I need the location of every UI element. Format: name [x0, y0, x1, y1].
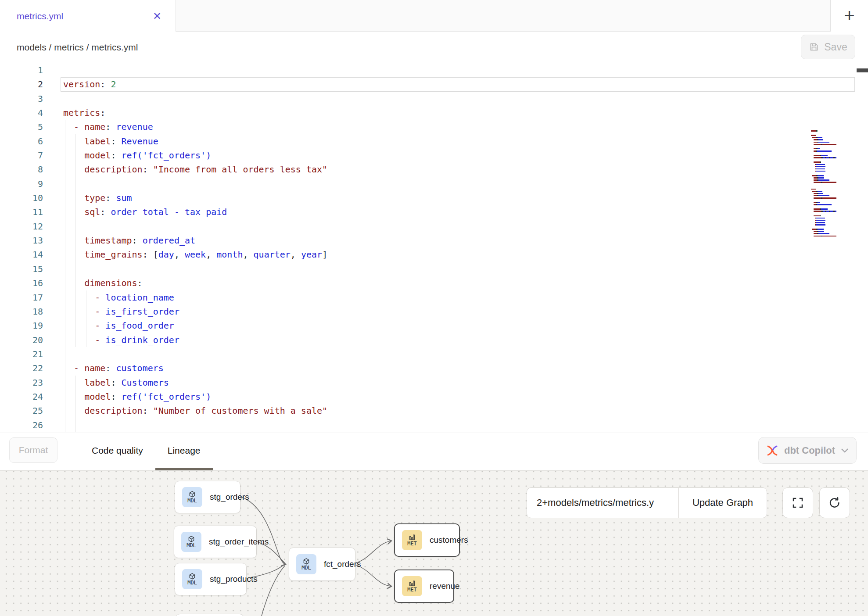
node-label: stg_orders: [210, 492, 249, 502]
lineage-selector-input[interactable]: [527, 488, 678, 518]
format-button[interactable]: Format: [9, 437, 57, 463]
lineage-edge: [262, 566, 285, 616]
lineage-canvas[interactable]: MDLstg_ordersMDLstg_order_itemsMDLstg_pr…: [0, 470, 868, 616]
line-number: 10: [0, 191, 43, 205]
code-text: - location_name: [63, 290, 174, 304]
refresh-button[interactable]: [819, 487, 850, 518]
code-editor[interactable]: 12version: 234metrics:5 - name: revenue6…: [0, 63, 868, 433]
line-number: 4: [0, 106, 43, 120]
panel-tabs: Code qualityLineage: [79, 433, 213, 470]
tab-metrics-yml[interactable]: metrics.yml ✕: [0, 0, 176, 32]
code-text: description: "Income from all orders les…: [63, 162, 327, 176]
panel-tab-code-quality[interactable]: Code quality: [79, 433, 155, 470]
code-text: - is_drink_order: [63, 333, 179, 347]
code-line[interactable]: 15: [0, 262, 868, 276]
node-type-badge: MDL: [301, 565, 311, 571]
code-line[interactable]: 20 - is_drink_order: [0, 333, 868, 347]
line-number: 11: [0, 205, 43, 219]
code-text: label: Revenue: [63, 134, 158, 148]
minimap-line: [811, 238, 836, 240]
line-number: 19: [0, 319, 43, 333]
code-line[interactable]: 7 model: ref('fct_orders'): [0, 148, 868, 162]
code-line[interactable]: 25 description: "Number of customers wit…: [0, 404, 868, 418]
code-line[interactable]: 1: [0, 63, 868, 77]
code-text: dimensions:: [63, 276, 143, 290]
lineage-selector-group: Update Graph: [527, 487, 767, 518]
node-label: fct_orders: [324, 559, 361, 569]
bottom-toolbar: Format Code qualityLineage dbt Copilot: [0, 433, 868, 470]
lineage-node-stg_order_items[interactable]: MDLstg_order_items: [174, 526, 257, 558]
lineage-node-stg_orders[interactable]: MDLstg_orders: [175, 481, 240, 513]
line-number: 5: [0, 120, 43, 134]
code-line[interactable]: 23 label: Customers: [0, 376, 868, 390]
code-line[interactable]: 26: [0, 418, 868, 432]
update-graph-button[interactable]: Update Graph: [679, 488, 767, 518]
breadcrumb: models / metrics / metrics.yml: [17, 42, 138, 53]
code-line[interactable]: 24 model: ref('fct_orders'): [0, 390, 868, 404]
node-type-badge: MDL: [187, 580, 197, 586]
code-line[interactable]: 8 description: "Income from all orders l…: [0, 162, 868, 176]
line-number: 21: [0, 347, 43, 361]
code-line[interactable]: 16 dimensions:: [0, 276, 868, 290]
fullscreen-icon: [791, 496, 804, 509]
line-number: 15: [0, 262, 43, 276]
line-number: 3: [0, 92, 43, 106]
code-line[interactable]: 9: [0, 177, 868, 191]
code-text: model: ref('fct_orders'): [63, 390, 211, 404]
line-number: 18: [0, 304, 43, 319]
lineage-node-partial[interactable]: [176, 614, 244, 616]
scrollbar-thumb[interactable]: [857, 68, 868, 72]
line-number: 17: [0, 290, 43, 304]
code-text: version: 2: [63, 77, 116, 91]
line-number: 20: [0, 333, 43, 347]
lineage-node-revenue[interactable]: METrevenue: [394, 569, 454, 603]
lineage-node-customers[interactable]: METcustomers: [394, 523, 460, 557]
line-number: 16: [0, 276, 43, 290]
line-number: 26: [0, 418, 43, 432]
code-line[interactable]: 11 sql: order_total - tax_paid: [0, 205, 868, 219]
code-text: - is_food_order: [63, 319, 174, 333]
ide-window: metrics.yml ✕ + models / metrics / metri…: [0, 0, 868, 616]
lineage-node-stg_products[interactable]: MDLstg_products: [175, 563, 247, 595]
node-type-badge: MDL: [187, 498, 197, 504]
new-tab-button[interactable]: +: [830, 0, 868, 32]
indent-guide: [65, 262, 65, 276]
indent-guide: [65, 418, 65, 432]
code-line[interactable]: 3: [0, 92, 868, 106]
code-line[interactable]: 4metrics:: [0, 106, 868, 120]
code-line[interactable]: 21: [0, 347, 868, 361]
line-number: 14: [0, 247, 43, 261]
fullscreen-button[interactable]: [782, 487, 813, 518]
code-text: type: sum: [63, 191, 132, 205]
line-number: 23: [0, 376, 43, 390]
code-line[interactable]: 17 - location_name: [0, 290, 868, 304]
save-label: Save: [824, 41, 847, 53]
line-number: 22: [0, 361, 43, 375]
panel-tab-lineage[interactable]: Lineage: [155, 433, 213, 470]
code-line[interactable]: 5 - name: revenue: [0, 120, 868, 134]
code-line[interactable]: 13 timestamp: ordered_at: [0, 233, 868, 247]
code-line[interactable]: 2version: 2: [0, 77, 868, 91]
lineage-node-fct_orders[interactable]: MDLfct_orders: [289, 548, 355, 581]
code-text: time_grains: [day, week, month, quarter,…: [63, 247, 327, 261]
code-line[interactable]: 19 - is_food_order: [0, 319, 868, 333]
code-line[interactable]: 14 time_grains: [day, week, month, quart…: [0, 247, 868, 261]
close-icon[interactable]: ✕: [153, 11, 161, 21]
code-line[interactable]: 22 - name: customers: [0, 361, 868, 375]
minimap[interactable]: [811, 128, 836, 240]
code-line[interactable]: 18 - is_first_order: [0, 304, 868, 319]
code-line[interactable]: 6 label: Revenue: [0, 134, 868, 148]
code-line[interactable]: 12: [0, 219, 868, 233]
model-icon: MDL: [182, 569, 202, 589]
plus-icon: +: [844, 5, 855, 26]
tab-bar: metrics.yml ✕ +: [0, 0, 868, 32]
model-icon: MDL: [181, 532, 201, 552]
node-type-badge: MET: [407, 541, 417, 547]
dbt-copilot-button[interactable]: dbt Copilot: [758, 437, 857, 464]
code-line[interactable]: 10 type: sum: [0, 191, 868, 205]
model-icon: MDL: [296, 554, 316, 574]
dbt-copilot-icon: [766, 444, 778, 457]
save-button[interactable]: Save: [801, 35, 855, 59]
code-area[interactable]: 12version: 234metrics:5 - name: revenue6…: [0, 63, 868, 432]
code-text: model: ref('fct_orders'): [63, 148, 211, 162]
